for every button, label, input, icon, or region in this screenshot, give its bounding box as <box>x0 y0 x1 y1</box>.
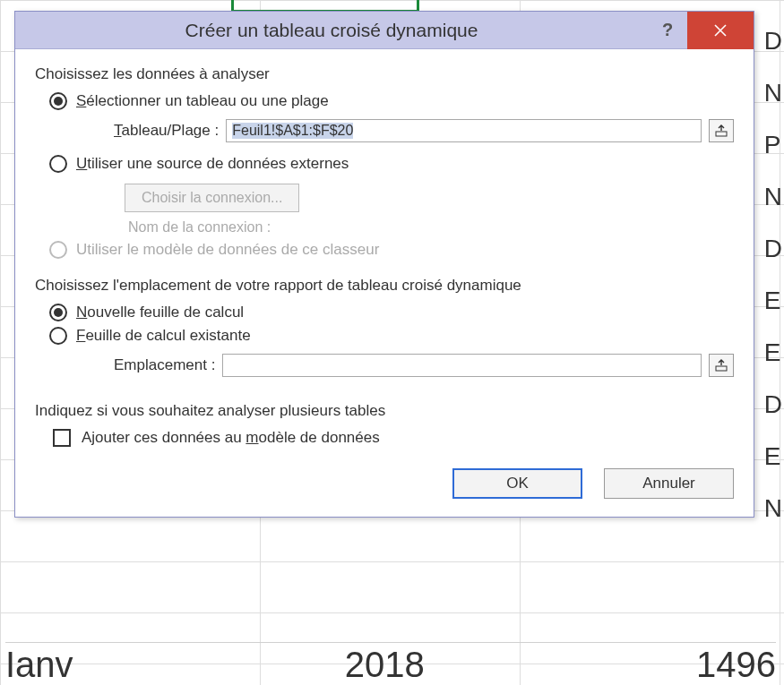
table-range-input[interactable]: Feuil1!$A$1:$F$20 <box>226 119 702 142</box>
ok-button[interactable]: OK <box>452 468 582 499</box>
radio-icon <box>49 327 67 345</box>
radio-select-range[interactable]: Sélectionner un tableau ou une plage <box>49 92 734 110</box>
radio-data-model-label: Utiliser le modèle de données de ce clas… <box>76 241 379 259</box>
svg-rect-3 <box>716 366 727 371</box>
radio-existing-sheet[interactable]: Feuille de calcul existante <box>49 327 734 345</box>
pivot-dialog: Créer un tableau croisé dynamique ? Choi… <box>14 11 754 518</box>
radio-icon <box>49 92 67 110</box>
titlebar[interactable]: Créer un tableau croisé dynamique ? <box>15 12 754 49</box>
connection-name-label: Nom de la connexion : <box>128 219 734 235</box>
table-range-label: Tableau/Plage : <box>114 122 219 140</box>
radio-new-sheet[interactable]: Nouvelle feuille de calcul <box>49 304 734 321</box>
svg-rect-2 <box>716 132 727 136</box>
checkbox-add-to-model[interactable]: Ajouter ces données au modèle de données <box>53 429 734 447</box>
close-button[interactable] <box>687 12 754 49</box>
radio-existing-sheet-label: Feuille de calcul existante <box>76 327 251 345</box>
radio-icon <box>49 304 67 321</box>
background-row: Ianv 2018 1496 <box>5 642 776 685</box>
collapse-icon <box>715 124 728 137</box>
radio-icon <box>49 241 67 259</box>
collapse-range-button[interactable] <box>709 119 734 142</box>
collapse-location-button[interactable] <box>709 354 734 377</box>
radio-external-label: Utiliser une source de données externes <box>76 155 349 173</box>
checkbox-icon <box>53 429 71 447</box>
section-location-label: Choisissez l'emplacement de votre rappor… <box>35 277 734 295</box>
close-icon <box>713 23 728 38</box>
collapse-icon <box>715 359 728 372</box>
radio-data-model: Utiliser le modèle de données de ce clas… <box>49 241 734 259</box>
help-button[interactable]: ? <box>648 12 687 49</box>
table-range-value: Feuil1!$A$1:$F$20 <box>232 123 353 139</box>
radio-external-source[interactable]: Utiliser une source de données externes <box>49 155 734 173</box>
location-input[interactable] <box>222 354 702 377</box>
radio-new-sheet-label: Nouvelle feuille de calcul <box>76 304 244 321</box>
radio-icon <box>49 155 67 173</box>
section-multi-tables-label: Indiquez si vous souhaitez analyser plus… <box>35 402 734 420</box>
radio-select-range-label: Sélectionner un tableau ou une plage <box>76 92 329 110</box>
choose-connection-button: Choisir la connexion... <box>125 184 299 212</box>
cancel-button[interactable]: Annuler <box>604 468 734 499</box>
location-label: Emplacement : <box>114 356 215 374</box>
section-analyze-label: Choisissez les données à analyser <box>35 65 734 83</box>
dialog-title: Créer un tableau croisé dynamique <box>15 20 648 41</box>
background-column: D N P N D E E D E N <box>764 27 782 523</box>
checkbox-add-to-model-label: Ajouter ces données au modèle de données <box>82 429 380 447</box>
